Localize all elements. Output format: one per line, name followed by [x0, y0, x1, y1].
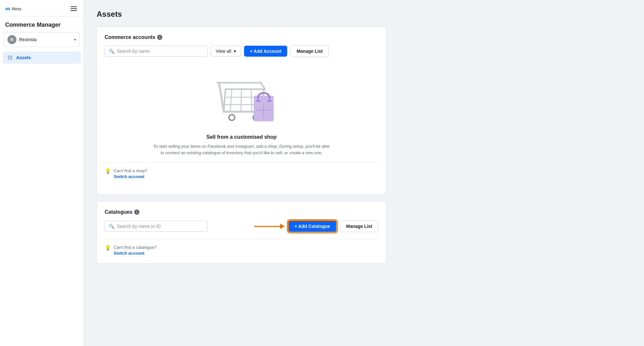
add-account-button[interactable]: + Add Account	[244, 46, 287, 57]
commerce-hint-row: 💡 Can't find a shop? Switch account	[105, 162, 378, 179]
arrow-line	[254, 226, 280, 227]
catalogues-hint-content: Can't find a catalogue? Switch account	[114, 244, 156, 256]
empty-state-desc: To start selling your items on Facebook …	[153, 143, 330, 156]
catalogues-hint-row: 💡 Can't find a catalogue? Switch account	[105, 239, 378, 256]
svg-rect-2	[8, 59, 10, 60]
catalogues-search-icon: 🔍	[109, 224, 114, 229]
info-icon-commerce[interactable]: i	[157, 35, 162, 40]
svg-rect-4	[10, 57, 12, 58]
view-all-dropdown[interactable]: View all ▾	[211, 46, 241, 57]
hamburger-line-2	[71, 8, 77, 9]
commerce-empty-state: Sell from a customised shop To start sel…	[105, 63, 378, 187]
commerce-search-box[interactable]: 🔍	[105, 46, 208, 57]
hamburger-line-3	[71, 10, 77, 11]
catalogues-search-box[interactable]: 🔍	[105, 221, 208, 232]
view-all-label: View all	[216, 49, 231, 54]
empty-state-title: Sell from a customised shop	[206, 134, 277, 140]
account-name: Rexinsta	[19, 37, 71, 42]
add-catalogue-label: + Add Catalogue	[295, 224, 330, 229]
add-account-label: + Add Account	[250, 49, 281, 54]
meta-logo-icon: ∞	[5, 5, 10, 13]
catalogues-card: Catalogues i 🔍 + Add Catalogue Manage Li…	[97, 201, 386, 264]
hamburger-line-1	[71, 6, 77, 7]
search-icon: 🔍	[109, 49, 114, 54]
meta-wordmark: Meta	[12, 6, 22, 11]
svg-line-8	[251, 89, 252, 112]
main-content: Assets Commerce accounts i 🔍 View all ▾ …	[84, 0, 644, 346]
arrow-head-icon	[280, 224, 285, 229]
svg-rect-14	[256, 100, 260, 102]
meta-logo: ∞ Meta	[5, 5, 21, 13]
catalogues-title: Catalogues	[105, 209, 132, 215]
svg-rect-3	[10, 56, 12, 57]
avatar: R	[7, 35, 16, 44]
svg-point-11	[229, 115, 235, 120]
page-title: Assets	[97, 10, 631, 19]
sidebar-header: ∞ Meta	[0, 0, 83, 16]
svg-line-6	[230, 89, 232, 112]
add-catalogue-button[interactable]: + Add Catalogue	[288, 220, 337, 232]
dropdown-chevron-icon: ▾	[234, 49, 236, 54]
sidebar: ∞ Meta Commerce Manager R Rexinsta ▾ Ass…	[0, 0, 84, 346]
svg-rect-0	[8, 56, 10, 57]
commerce-hint-content: Can't find a shop? Switch account	[114, 168, 147, 179]
lightbulb-icon: 💡	[105, 168, 111, 174]
commerce-accounts-title: Commerce accounts	[105, 34, 155, 40]
chevron-down-icon: ▾	[74, 37, 76, 42]
svg-rect-15	[267, 100, 272, 102]
arrow-annotation	[254, 224, 285, 229]
manage-list-label-commerce: Manage List	[297, 49, 323, 54]
manage-list-button-catalogues[interactable]: Manage List	[340, 220, 378, 232]
catalogues-hint-text: Can't find a catalogue?	[114, 245, 156, 250]
svg-rect-5	[10, 59, 12, 60]
card-header-catalogues: Catalogues i	[105, 209, 378, 215]
assets-icon	[7, 55, 13, 61]
svg-rect-1	[8, 57, 10, 58]
info-icon-catalogues[interactable]: i	[134, 210, 139, 215]
manage-list-button-commerce[interactable]: Manage List	[290, 45, 329, 57]
cart-illustration	[206, 70, 277, 128]
commerce-switch-link[interactable]: Switch account	[114, 174, 147, 179]
sidebar-item-label: Assets	[16, 55, 31, 60]
manage-list-label-catalogues: Manage List	[346, 224, 372, 229]
catalogues-switch-link[interactable]: Switch account	[114, 251, 156, 256]
hamburger-button[interactable]	[69, 5, 78, 12]
catalogues-search-input[interactable]	[117, 224, 204, 229]
sidebar-item-assets[interactable]: Assets	[3, 51, 81, 64]
commerce-toolbar: 🔍 View all ▾ + Add Account Manage List	[105, 45, 378, 57]
catalogues-lightbulb-icon: 💡	[105, 245, 111, 251]
commerce-hint-text: Can't find a shop?	[114, 168, 147, 173]
svg-line-7	[241, 89, 242, 112]
commerce-accounts-card: Commerce accounts i 🔍 View all ▾ + Add A…	[97, 26, 386, 195]
catalogues-toolbar: 🔍 + Add Catalogue Manage List	[105, 220, 378, 232]
account-selector[interactable]: R Rexinsta ▾	[4, 32, 80, 47]
card-header-commerce: Commerce accounts i	[105, 34, 378, 40]
app-title: Commerce Manager	[0, 16, 83, 31]
commerce-search-input[interactable]	[117, 49, 204, 54]
